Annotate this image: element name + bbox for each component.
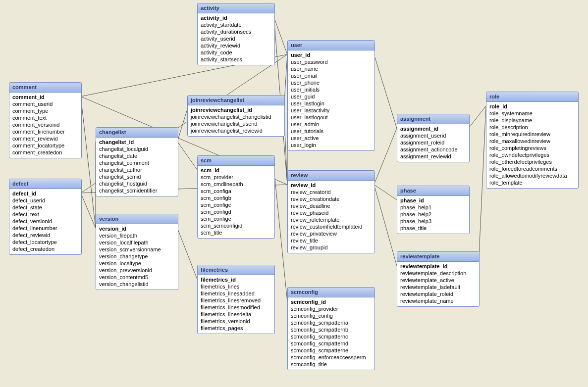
field-user-user_tutorials[interactable]: user_tutorials [291, 128, 372, 135]
field-changelist-changelist_hostguid[interactable]: changelist_hostguid [99, 180, 175, 187]
field-joinreviewchangelist-joinreviewchangelist_changelistid[interactable]: joinreviewchangelist_changelistid [191, 113, 281, 120]
field-scm-scm_scmconfigid[interactable]: scm_scmconfigid [201, 222, 271, 229]
field-scm-scm_configd[interactable]: scm_configd [201, 208, 271, 215]
field-scmconfig-scmconfig_scmpatterne[interactable]: scmconfig_scmpatterne [291, 347, 372, 354]
entity-defect[interactable]: defectdefect_iddefect_useriddefect_state… [9, 179, 82, 255]
field-scm-scm_id[interactable]: scm_id [201, 167, 271, 174]
field-scm-scm_cmdlinepath[interactable]: scm_cmdlinepath [201, 181, 271, 188]
field-activity-activity_userid[interactable]: activity_userid [201, 35, 271, 42]
entity-role[interactable]: rolerole_idrole_systemnamerole_displayna… [486, 92, 579, 189]
field-assignment-assignment_reviewid[interactable]: assignment_reviewid [400, 153, 466, 160]
field-scm-scm_configa[interactable]: scm_configa [201, 188, 271, 194]
field-assignment-assignment_actioncode[interactable]: assignment_actioncode [400, 146, 466, 153]
field-review-review_id[interactable]: review_id [291, 182, 372, 189]
field-user-user_active[interactable]: user_active [291, 135, 372, 142]
field-scm-scm_title[interactable]: scm_title [201, 229, 271, 236]
field-comment-comment_id[interactable]: comment_id [12, 94, 78, 100]
field-phase-phase_title[interactable]: phase_title [400, 225, 466, 232]
field-filemetrics-filemetrics_pages[interactable]: filemetrics_pages [201, 325, 271, 332]
field-phase-phase_help3[interactable]: phase_help3 [400, 218, 466, 225]
entity-comment[interactable]: commentcomment_idcomment_useridcomment_t… [9, 82, 82, 158]
field-phase-phase_help2[interactable]: phase_help2 [400, 211, 466, 218]
field-user-user_id[interactable]: user_id [291, 51, 372, 58]
field-changelist-changelist_date[interactable]: changelist_date [99, 152, 175, 159]
field-joinreviewchangelist-joinreviewchangelist_id[interactable]: joinreviewchangelist_id [191, 106, 281, 113]
entity-reviewtemplate[interactable]: reviewtemplatereviewtemplate_idreviewtem… [397, 251, 480, 307]
field-scmconfig-scmconfig_provider[interactable]: scmconfig_provider [291, 305, 372, 312]
field-version-version_changetype[interactable]: version_changetype [99, 253, 175, 260]
field-version-version_prevversionid[interactable]: version_prevversionid [99, 267, 175, 274]
field-review-review_creationdate[interactable]: review_creationdate [291, 195, 372, 202]
entity-user[interactable]: useruser_iduser_passworduser_nameuser_em… [287, 40, 375, 151]
field-scmconfig-scmconfig_title[interactable]: scmconfig_title [291, 361, 372, 368]
entity-header-scmconfig[interactable]: scmconfig [288, 288, 374, 297]
field-role-role_completingreviews[interactable]: role_completingreviews [489, 145, 575, 151]
entity-header-activity[interactable]: activity [198, 3, 274, 13]
field-scmconfig-scmconfig_scmpatternc[interactable]: scmconfig_scmpatternc [291, 333, 372, 340]
field-user-user_guid[interactable]: user_guid [291, 93, 372, 100]
field-activity-activity_startsecs[interactable]: activity_startsecs [201, 56, 271, 63]
field-defect-defect_versionid[interactable]: defect_versionid [12, 218, 78, 225]
field-assignment-assignment_id[interactable]: assignment_id [400, 125, 466, 132]
field-review-review_ruletemplate[interactable]: review_ruletemplate [291, 216, 372, 223]
field-changelist-changelist_author[interactable]: changelist_author [99, 166, 175, 173]
field-role-role_allowedtomodifyreviewdata[interactable]: role_allowedtomodifyreviewdata [489, 172, 575, 179]
field-defect-defect_linenumber[interactable]: defect_linenumber [12, 225, 78, 232]
field-reviewtemplate-reviewtemplate_name[interactable]: reviewtemplate_name [400, 297, 476, 304]
field-scmconfig-scmconfig_config[interactable]: scmconfig_config [291, 312, 372, 319]
field-filemetrics-filemetrics_versionid[interactable]: filemetrics_versionid [201, 318, 271, 325]
field-filemetrics-filemetrics_linesmodified[interactable]: filemetrics_linesmodified [201, 304, 271, 311]
field-changelist-changelist_scmidentifier[interactable]: changelist_scmidentifier [99, 187, 175, 194]
field-review-review_creatorid[interactable]: review_creatorid [291, 189, 372, 195]
entity-header-joinreviewchangelist[interactable]: joinreviewchangelist [188, 96, 284, 105]
field-filemetrics-filemetrics_linesremoved[interactable]: filemetrics_linesremoved [201, 297, 271, 304]
field-scmconfig-scmconfig_scmpatternd[interactable]: scmconfig_scmpatternd [291, 340, 372, 347]
field-comment-comment_text[interactable]: comment_text [12, 114, 78, 121]
entity-assignment[interactable]: assignmentassignment_idassignment_userid… [397, 114, 470, 162]
field-comment-comment_createdon[interactable]: comment_createdon [12, 149, 78, 156]
entity-version[interactable]: versionversion_idversion_filepathversion… [96, 214, 178, 290]
field-joinreviewchangelist-joinreviewchangelist_reviewid[interactable]: joinreviewchangelist_reviewid [191, 127, 281, 134]
field-version-version_localtype[interactable]: version_localtype [99, 260, 175, 267]
field-reviewtemplate-reviewtemplate_id[interactable]: reviewtemplate_id [400, 263, 476, 270]
entity-filemetrics[interactable]: filemetricsfilemetrics_idfilemetrics_lin… [197, 265, 275, 334]
field-filemetrics-filemetrics_linesadded[interactable]: filemetrics_linesadded [201, 290, 271, 297]
entity-header-filemetrics[interactable]: filemetrics [198, 265, 274, 275]
field-joinreviewchangelist-joinreviewchangelist_userid[interactable]: joinreviewchangelist_userid [191, 120, 281, 127]
entity-header-defect[interactable]: defect [9, 179, 81, 189]
field-activity-activity_startdate[interactable]: activity_startdate [201, 21, 271, 28]
field-phase-phase_help1[interactable]: phase_help1 [400, 204, 466, 211]
field-defect-defect_state[interactable]: defect_state [12, 204, 78, 211]
field-comment-comment_userid[interactable]: comment_userid [12, 100, 78, 107]
field-scmconfig-scmconfig_scmpatternb[interactable]: scmconfig_scmpatternb [291, 326, 372, 333]
field-scmconfig-scmconfig_scmpatterna[interactable]: scmconfig_scmpatterna [291, 319, 372, 326]
field-version-version_localfilepath[interactable]: version_localfilepath [99, 239, 175, 246]
field-user-user_lastlogin[interactable]: user_lastlogin [291, 100, 372, 107]
field-scmconfig-scmconfig_id[interactable]: scmconfig_id [291, 298, 372, 305]
entity-header-scm[interactable]: scm [198, 156, 274, 166]
entity-header-assignment[interactable]: assignment [397, 114, 469, 124]
field-reviewtemplate-reviewtemplate_description[interactable]: reviewtemplate_description [400, 270, 476, 277]
field-changelist-changelist_comment[interactable]: changelist_comment [99, 159, 175, 166]
entity-header-user[interactable]: user [288, 41, 374, 50]
field-version-version_changelistid[interactable]: version_changelistid [99, 281, 175, 288]
entity-phase[interactable]: phasephase_idphase_help1phase_help2phase… [397, 186, 470, 234]
field-activity-activity_code[interactable]: activity_code [201, 49, 271, 56]
field-filemetrics-filemetrics_lines[interactable]: filemetrics_lines [201, 283, 271, 290]
field-role-role_maxallowedinreview[interactable]: role_maxallowedinreview [489, 138, 575, 145]
field-role-role_description[interactable]: role_description [489, 124, 575, 131]
entity-joinreviewchangelist[interactable]: joinreviewchangelistjoinreviewchangelist… [187, 95, 285, 137]
field-review-review_phaseid[interactable]: review_phaseid [291, 209, 372, 216]
field-defect-defect_reviewid[interactable]: defect_reviewid [12, 232, 78, 239]
field-changelist-changelist_id[interactable]: changelist_id [99, 139, 175, 145]
entity-activity[interactable]: activityactivity_idactivity_startdateact… [197, 3, 275, 65]
field-version-version_filepath[interactable]: version_filepath [99, 232, 175, 239]
entity-scm[interactable]: scmscm_idscm_providerscm_cmdlinepathscm_… [197, 155, 275, 239]
field-reviewtemplate-reviewtemplate_roleid[interactable]: reviewtemplate_roleid [400, 290, 476, 297]
field-changelist-changelist_scmid[interactable]: changelist_scmid [99, 173, 175, 180]
field-user-user_lastlogout[interactable]: user_lastlogout [291, 114, 372, 121]
field-filemetrics-filemetrics_linesdelta[interactable]: filemetrics_linesdelta [201, 311, 271, 318]
entity-header-version[interactable]: version [96, 214, 178, 224]
field-comment-comment_locatortype[interactable]: comment_locatortype [12, 142, 78, 149]
entity-header-changelist[interactable]: changelist [96, 128, 178, 138]
